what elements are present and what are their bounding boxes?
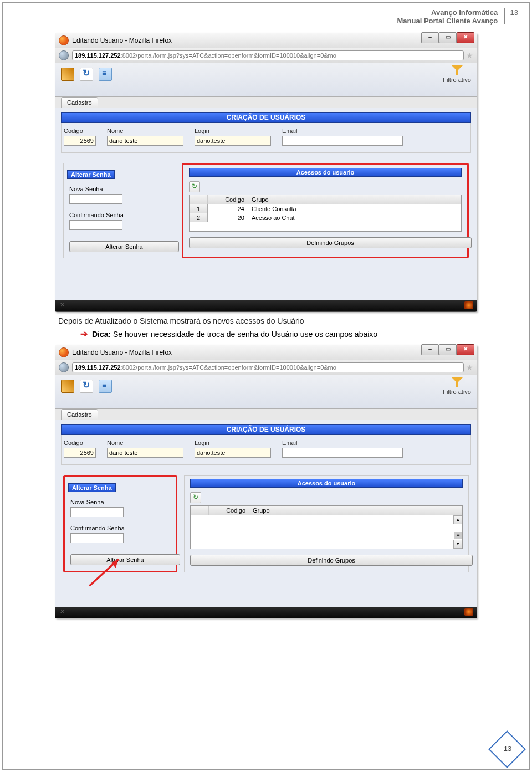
close-button[interactable]: ✕ [457,344,474,355]
sheet-icon[interactable] [99,68,112,81]
definindo-grupos-button[interactable]: Definindo Grupos [190,555,473,566]
svg-marker-1 [111,559,119,568]
confirmando-senha-label: Confirmando Senha [70,525,170,531]
alterar-senha-panel: Alterar Senha Nova Senha Confirmando Sen… [63,163,175,258]
grid-col-codigo: Codigo [208,195,248,204]
definindo-grupos-button[interactable]: Definindo Grupos [189,237,472,248]
close-button[interactable]: ✕ [457,32,474,43]
footer-spark-icon [464,608,473,616]
funnel-icon[interactable] [452,65,463,75]
acessos-grid: Codigo Grupo 1 24 Cliente Consulta 2 20 … [189,195,462,232]
footer-x-icon: ✕ [60,608,65,615]
url-box[interactable]: 189.115.127.252:8002/portal/form.jsp?sys… [72,362,464,372]
globe-icon [59,50,69,60]
scroll-up-icon[interactable]: ▴ [453,515,462,524]
nova-senha-input[interactable] [70,507,124,517]
alterar-senha-title: Alterar Senha [67,170,115,179]
url-box[interactable]: 189.115.127.252:8002/portal/form.jsp?sys… [72,50,464,60]
cadastro-tab[interactable]: Cadastro [61,97,98,108]
alterar-senha-title: Alterar Senha [68,483,116,492]
codigo-input[interactable] [64,136,96,146]
login-input[interactable] [195,136,271,146]
nome-input[interactable] [107,448,183,458]
section-criacao-usuarios: CRIAÇÃO DE USUÁRIOS [61,424,471,435]
confirmando-senha-label: Confirmando Senha [69,212,169,218]
filtro-ativo-label: Filtro ativo [443,388,471,395]
grid-row[interactable]: 1 24 Cliente Consulta [190,204,461,213]
scroll-thumb[interactable]: ≡ [454,532,462,539]
address-bar: 189.115.127.252:8002/portal/form.jsp?sys… [55,48,477,63]
minimize-button[interactable]: – [421,32,439,43]
login-label: Login [195,439,271,446]
nome-label: Nome [107,439,183,446]
header-divider [504,8,505,24]
grid-row[interactable]: 2 20 Acesso ao Chat [190,213,461,222]
url-host: 189.115.127.252 [75,52,121,59]
maximize-button[interactable]: ▭ [439,32,457,43]
firefox-icon [59,35,69,45]
nova-senha-input[interactable] [69,194,122,204]
caption-1: Depois de Atualizado o Sistema mostrará … [58,316,479,325]
dica-label: Dica: [92,330,111,339]
cadastro-tab[interactable]: Cadastro [61,409,98,420]
page-number-diamond: 13 [488,730,526,768]
window-footer: ✕ [55,607,477,618]
dica-line: ➔ Dica: Se houver necessidade de troca d… [80,329,479,339]
window-title: Editando Usuario - Mozilla Firefox [72,37,172,44]
codigo-input[interactable] [64,448,96,458]
callout-arrow-icon [81,552,131,593]
url-path: :8002/portal/form.jsp?sys=ATC&action=ope… [121,52,336,59]
acessos-usuario-title: Acessos do usuario [189,168,462,177]
window-title: Editando Usuario - Mozilla Firefox [72,349,172,356]
arrow-right-icon: ➔ [80,329,88,339]
codigo-label: Codigo [64,439,96,446]
nome-label: Nome [107,127,183,134]
firefox-icon [59,347,69,357]
confirmando-senha-input[interactable] [70,533,124,543]
url-host: 189.115.127.252 [75,364,121,371]
acessos-usuario-panel: Acessos do usuario ↻ Codigo Grupo 1 24 C… [182,163,469,258]
bookmark-star-icon[interactable]: ★ [466,51,473,60]
confirmando-senha-input[interactable] [69,220,122,230]
url-path: :8002/portal/form.jsp?sys=ATC&action=ope… [121,364,336,371]
page-number-bottom: 13 [495,744,520,753]
footer-x-icon: ✕ [60,301,65,309]
bookmark-star-icon[interactable]: ★ [466,363,473,372]
login-input[interactable] [195,448,271,458]
screenshot-1: Editando Usuario - Mozilla Firefox – ▭ ✕… [55,33,477,312]
save-icon[interactable] [61,68,74,81]
alterar-senha-button[interactable]: Alterar Senha [69,241,179,252]
refresh-icon[interactable] [80,380,93,393]
acessos-usuario-title: Acessos do usuario [190,479,463,488]
window-titlebar: Editando Usuario - Mozilla Firefox – ▭ ✕ [55,345,477,360]
email-input[interactable] [282,136,403,146]
filtro-ativo-label: Filtro ativo [443,76,471,83]
globe-icon [59,362,69,372]
page-number-top: 13 [510,8,518,17]
grid-col-codigo: Codigo [209,506,249,515]
refresh-icon[interactable] [80,68,93,81]
scroll-down-icon[interactable]: ▾ [453,540,462,549]
nova-senha-label: Nova Senha [70,499,170,505]
nome-input[interactable] [107,136,183,146]
alterar-senha-panel: Alterar Senha Nova Senha Confirmando Sen… [63,475,177,572]
address-bar: 189.115.127.252:8002/portal/form.jsp?sys… [55,360,477,375]
acessos-grid: Codigo Grupo ▴ ≡ ▾ [190,505,463,549]
codigo-label: Codigo [64,127,96,134]
sheet-icon[interactable] [99,380,112,393]
page-header: Avanço Informática Manual Portal Cliente… [3,3,529,27]
save-icon[interactable] [61,380,74,393]
acessos-usuario-panel: Acessos do usuario ↻ Codigo Grupo ▴ ≡ ▾ [184,475,469,572]
window-titlebar: Editando Usuario - Mozilla Firefox – ▭ ✕ [55,33,477,48]
email-label: Email [282,127,403,134]
email-input[interactable] [282,448,403,458]
footer-spark-icon [464,301,473,309]
header-manual: Manual Portal Cliente Avanço [397,17,498,25]
grid-refresh-icon[interactable]: ↻ [189,181,200,192]
maximize-button[interactable]: ▭ [439,344,457,355]
grid-refresh-icon[interactable]: ↻ [190,492,201,503]
grid-col-grupo: Grupo [249,506,462,515]
header-company: Avanço Informática [431,8,498,17]
minimize-button[interactable]: – [421,344,439,355]
funnel-icon[interactable] [452,377,463,387]
